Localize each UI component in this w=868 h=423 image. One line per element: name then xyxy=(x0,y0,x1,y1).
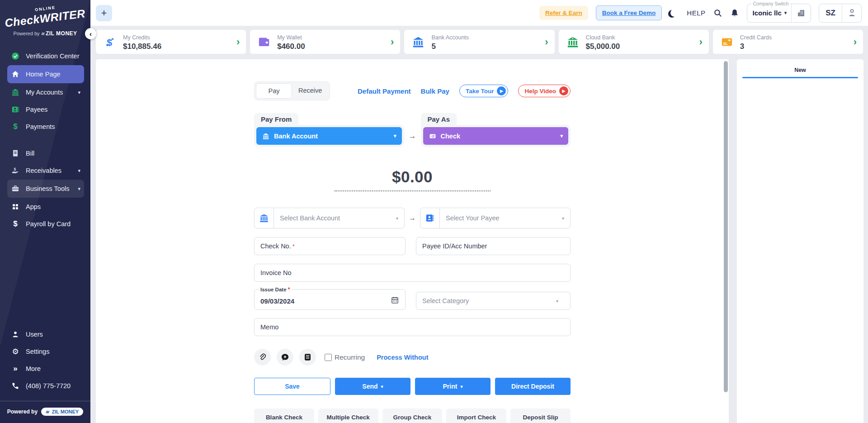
memo-field[interactable]: Memo xyxy=(254,318,571,336)
vertical-scrollbar[interactable] xyxy=(724,61,728,392)
print-button[interactable]: Print ▾ xyxy=(415,378,491,395)
sidebar-item-business-tools[interactable]: Business Tools ▾ xyxy=(7,180,84,198)
pay-from-group: Pay From Bank Account ▾ xyxy=(254,113,404,147)
add-button[interactable]: + xyxy=(96,5,112,21)
bank-icon xyxy=(411,35,425,49)
profile-person-icon[interactable] xyxy=(842,8,861,18)
recurring-checkbox[interactable] xyxy=(325,354,332,361)
play-icon: ▶ xyxy=(497,86,506,95)
check-no-field[interactable]: Check No. * xyxy=(254,237,406,255)
sidebar-item-home-page[interactable]: Home Page xyxy=(7,65,84,83)
content-area: + Refer & Earn Book a Free Demo HELP Com… xyxy=(90,0,868,423)
pay-as-dropdown[interactable]: Check ▾ xyxy=(423,127,569,145)
select-bank-account[interactable]: Select Bank Account ▾ xyxy=(254,208,405,228)
chevron-down-icon: ▾ xyxy=(784,10,792,16)
pay-from-dropdown[interactable]: Bank Account ▾ xyxy=(256,127,402,145)
calendar-icon[interactable] xyxy=(391,296,399,306)
sidebar-item-label: Bill xyxy=(26,150,80,157)
contact-card-icon xyxy=(11,105,20,114)
help-video-button[interactable]: Help Video ▶ xyxy=(518,85,571,97)
tab-new-underline xyxy=(742,77,858,78)
chevron-right-icon[interactable]: › xyxy=(391,36,394,48)
zil-money-badge[interactable]: ≋ZIL MONEY xyxy=(41,408,83,416)
sidebar-item-apps[interactable]: Apps xyxy=(7,199,84,215)
company-switch[interactable]: Company Switch Iconic llc ▾ xyxy=(747,4,811,23)
search-icon[interactable] xyxy=(713,9,722,18)
comment-plus-icon xyxy=(281,353,289,361)
process-without-link[interactable]: Process Without xyxy=(377,354,428,361)
chevron-right-icon[interactable]: › xyxy=(545,36,548,48)
play-icon: ▶ xyxy=(559,86,568,95)
chevron-right-icon[interactable]: › xyxy=(236,36,240,48)
amount-value[interactable]: $0.00 xyxy=(392,168,433,185)
sidebar-collapse-button[interactable]: ‹ xyxy=(85,28,96,39)
stat-label: Bank Accounts xyxy=(431,34,469,41)
stat-label: Cloud Bank xyxy=(586,34,615,41)
chevron-down-icon: ▾ xyxy=(78,90,80,95)
save-button[interactable]: Save xyxy=(254,378,330,395)
direct-deposit-button[interactable]: Direct Deposit xyxy=(495,378,571,395)
select-bank-placeholder: Select Bank Account xyxy=(274,214,396,222)
company-building-icon[interactable] xyxy=(792,9,811,18)
send-button[interactable]: Send ▾ xyxy=(335,378,410,395)
blank-check-button[interactable]: Blank Check xyxy=(254,409,314,423)
sidebar-item-phone[interactable]: (408) 775-7720 xyxy=(7,378,84,394)
default-payment-link[interactable]: Default Payment xyxy=(358,87,411,95)
arrow-right-icon: → xyxy=(409,132,416,147)
sidebar-item-settings[interactable]: ⚙ Settings xyxy=(7,343,84,360)
chevron-right-icon[interactable]: › xyxy=(699,36,702,48)
sidebar-item-bill[interactable]: Bill xyxy=(7,145,84,162)
avatar-initials[interactable]: SZ xyxy=(819,9,842,18)
sidebar-item-payments[interactable]: $ Payments xyxy=(7,119,84,135)
multiple-check-button[interactable]: Multiple Check xyxy=(318,409,378,423)
stat-card-my-wallet[interactable]: My Wallet $460.00 › xyxy=(250,30,400,54)
select-category[interactable]: Select Category ▾ xyxy=(416,292,571,310)
main-row: Pay Receive Default Payment Bulk Pay Tak… xyxy=(90,59,868,423)
dark-mode-icon[interactable] xyxy=(670,9,678,17)
gear-icon: ⚙ xyxy=(11,347,20,356)
refer-earn-link[interactable]: Refer & Earn xyxy=(539,6,588,20)
invoice-no-field[interactable]: Invoice No xyxy=(254,264,571,282)
help-link[interactable]: HELP xyxy=(687,9,705,17)
sidebar-item-users[interactable]: Users xyxy=(7,326,84,342)
stat-value: $10,885.46 xyxy=(123,42,161,51)
payee-card-icon xyxy=(420,208,440,228)
select-payee[interactable]: Select Your Payee ▾ xyxy=(420,208,571,228)
stat-card-cloud-bank[interactable]: Cloud Bank $5,000.00 › xyxy=(559,30,709,54)
sidebar-item-payees[interactable]: Payees xyxy=(7,101,84,118)
chevron-down-icon: ▾ xyxy=(560,133,563,139)
stat-card-bank-accounts[interactable]: Bank Accounts 5 › xyxy=(404,30,554,54)
sidebar-item-more[interactable]: » More xyxy=(7,361,84,377)
top-header: + Refer & Earn Book a Free Demo HELP Com… xyxy=(90,0,868,26)
bulk-pay-link[interactable]: Bulk Pay xyxy=(421,87,449,95)
payment-panel: Pay Receive Default Payment Bulk Pay Tak… xyxy=(96,59,729,423)
tab-pay[interactable]: Pay xyxy=(256,83,292,99)
sidebar-item-my-accounts[interactable]: My Accounts ▾ xyxy=(7,84,84,100)
book-demo-button[interactable]: Book a Free Demo xyxy=(596,5,662,20)
tab-receive[interactable]: Receive xyxy=(292,83,328,99)
chevron-down-icon: ▾ xyxy=(460,384,462,389)
amount-field[interactable]: $0.00 xyxy=(335,168,491,191)
take-tour-button[interactable]: Take Tour ▶ xyxy=(459,85,509,97)
tab-new[interactable]: New xyxy=(737,66,863,74)
bank-icon xyxy=(255,208,274,228)
sidebar-item-verification-center[interactable]: Verification Center xyxy=(7,48,84,64)
issue-date-value[interactable]: 09/03/2024 xyxy=(260,297,391,305)
calculator-button[interactable] xyxy=(299,349,316,366)
stat-card-credit-cards[interactable]: Credit Cards 3 › xyxy=(713,30,863,54)
chevron-right-icon[interactable]: › xyxy=(854,36,857,48)
dollar-icon: $ xyxy=(11,219,20,228)
attachment-button[interactable] xyxy=(254,349,271,366)
group-check-button[interactable]: Group Check xyxy=(382,409,443,423)
import-check-button[interactable]: Import Check xyxy=(446,409,506,423)
add-comment-button[interactable] xyxy=(277,349,293,366)
notifications-bell-icon[interactable] xyxy=(730,9,739,18)
deposit-slip-button[interactable]: Deposit Slip xyxy=(510,409,571,423)
stat-card-my-credits[interactable]: $ My Credits $10,885.46 › xyxy=(96,30,246,54)
issue-date-field[interactable]: Issue Date* 09/03/2024 xyxy=(254,289,406,310)
payee-id-field[interactable]: Payee ID/Acc Number xyxy=(416,237,571,255)
sidebar-item-label: More xyxy=(26,365,80,372)
company-switch-value[interactable]: Iconic llc xyxy=(747,9,784,17)
sidebar-item-receivables[interactable]: $ Receivables ▾ xyxy=(7,162,84,179)
sidebar-item-payroll-by-card[interactable]: $ Payroll by Card xyxy=(7,216,84,232)
